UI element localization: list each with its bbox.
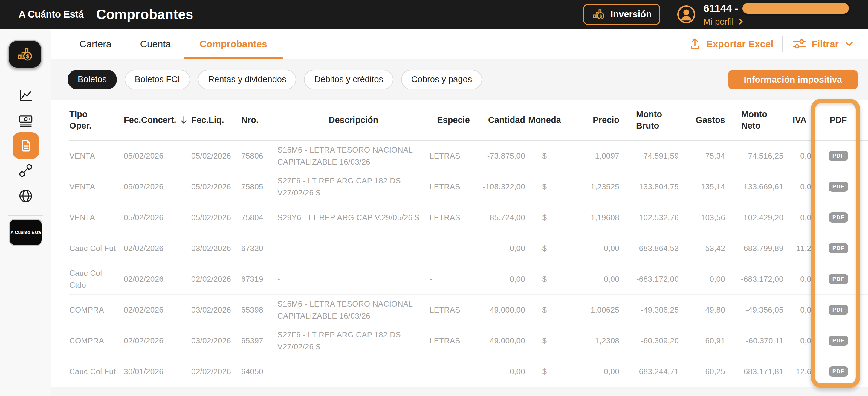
cell-bruto: 102.532,76 xyxy=(619,211,679,223)
sidebar-item-inversiones[interactable]: $ xyxy=(8,40,42,68)
cell-tipo: VENTA xyxy=(69,211,124,223)
cell-especie: LETRAS xyxy=(430,304,477,316)
sliders-filter-icon xyxy=(792,37,806,51)
cell-desc: S27F6 - LT REP ARG CAP 182 DS V27/02/26 … xyxy=(277,329,430,352)
app-logo: A Cuánto Está xyxy=(19,9,84,20)
table-row: COMPRA02/02/202603/02/202665398S16M6 - L… xyxy=(69,294,868,326)
cell-pdf: PDF xyxy=(816,274,861,284)
mi-perfil-label: Mi perfil xyxy=(703,17,734,27)
export-excel-label: Exportar Excel xyxy=(706,38,773,50)
inversion-label: Inversión xyxy=(610,9,652,20)
cell-fliq: 02/02/2026 xyxy=(191,273,241,285)
cell-nro: 67319 xyxy=(241,273,277,285)
export-upload-icon xyxy=(689,37,701,51)
globe-icon xyxy=(18,188,33,204)
cell-precio: 1,19608 xyxy=(564,211,619,223)
sidebar: $ xyxy=(0,29,52,396)
cell-desc: S27F6 - LT REP ARG CAP 182 DS V27/02/26 … xyxy=(277,175,430,199)
mi-perfil-link[interactable]: Mi perfil xyxy=(703,17,744,27)
cell-fliq: 03/02/2026 xyxy=(191,335,241,347)
account-number: 61144 - xyxy=(703,2,738,15)
column-header-iva: IVA xyxy=(783,114,816,125)
sidebar-item-vinculos[interactable] xyxy=(15,161,36,180)
sidebar-item-web[interactable] xyxy=(15,186,36,205)
account-line: 61144 - xyxy=(703,2,849,15)
filter-pill-debitos-y-creditos[interactable]: Débitos y créditos xyxy=(304,70,393,89)
inversion-button[interactable]: $ Inversión xyxy=(583,4,660,25)
cell-bruto: 683.244,71 xyxy=(619,366,679,377)
cell-moneda: $ xyxy=(525,211,564,223)
filter-pill-cobros-y-pagos[interactable]: Cobros y pagos xyxy=(401,70,482,89)
tab-comprobantes[interactable]: Comprobantes xyxy=(200,29,267,59)
table-row: VENTA05/02/202605/02/202675805S27F6 - LT… xyxy=(69,171,868,202)
cell-fconcert: 05/02/2026 xyxy=(124,211,191,223)
cell-iva: 11,22 xyxy=(783,242,816,254)
pdf-download-button[interactable]: PDF xyxy=(829,213,848,223)
column-header-fconcert[interactable]: Fec.Concert. xyxy=(124,114,191,125)
filter-button[interactable]: Filtrar xyxy=(792,37,854,51)
account-block: 61144 - Mi perfil xyxy=(703,2,849,27)
cell-iva: 0,00 xyxy=(783,304,816,316)
cell-bruto: 683.864,53 xyxy=(619,242,679,254)
filter-pill-boletos[interactable]: Boletos xyxy=(67,70,117,89)
cell-fconcert: 02/02/2026 xyxy=(124,335,191,347)
cell-tipo: COMPRA xyxy=(69,335,124,347)
cell-cantidad: 0,00 xyxy=(477,273,525,285)
cell-iva: 12,65 xyxy=(783,366,816,377)
cell-pdf: PDF xyxy=(816,213,861,223)
filter-pill-boletos-fci[interactable]: Boletos FCI xyxy=(125,70,190,89)
pdf-download-button[interactable]: PDF xyxy=(829,366,848,376)
cell-pdf: PDF xyxy=(816,243,861,253)
pdf-download-button[interactable]: PDF xyxy=(829,336,848,346)
cell-moneda: $ xyxy=(525,335,564,347)
cell-precio: 1,0097 xyxy=(564,150,619,162)
sidebar-divider xyxy=(8,215,43,216)
pdf-download-button[interactable]: PDF xyxy=(829,305,848,315)
toolbar-divider xyxy=(782,36,783,52)
cell-gastos: 53,42 xyxy=(679,242,725,254)
cell-bruto: 74.591,59 xyxy=(619,150,679,162)
sidebar-item-cartera[interactable] xyxy=(15,86,36,105)
cell-fconcert: 02/02/2026 xyxy=(124,304,191,316)
top-bar: A Cuánto Está Comprobantes $ Inversión xyxy=(0,0,868,29)
informacion-impositiva-button[interactable]: Información impositiva xyxy=(728,70,858,89)
cell-tipo: VENTA xyxy=(69,181,124,193)
cell-fconcert: 02/02/2026 xyxy=(124,242,191,254)
cell-iva: 0,00 xyxy=(783,273,816,285)
table-row: Cauc Col Fut02/02/202603/02/202667320--0… xyxy=(69,233,868,264)
link-icon xyxy=(18,163,33,178)
pdf-download-button[interactable]: PDF xyxy=(829,151,848,161)
comprobantes-table: TipoOper.Fec.Concert.Fec.Liq.Nro.Descrip… xyxy=(52,100,868,387)
table-row: Cauc Col Ctdo02/02/202602/02/202667319--… xyxy=(69,264,868,294)
cell-fliq: 05/02/2026 xyxy=(191,181,241,193)
cell-neto: -60.370,11 xyxy=(725,335,783,347)
tab-cuenta[interactable]: Cuenta xyxy=(140,29,171,59)
pdf-download-button[interactable]: PDF xyxy=(829,274,848,284)
cell-cantidad: -108.322,00 xyxy=(477,181,525,193)
pdf-download-button[interactable]: PDF xyxy=(829,243,848,253)
filter-pill-rentas-y-dividendos[interactable]: Rentas y dividendos xyxy=(198,70,296,89)
sidebar-logo: A Cuánto Está xyxy=(9,219,42,246)
pdf-download-button[interactable]: PDF xyxy=(829,181,848,192)
cell-pdf: PDF xyxy=(816,305,861,315)
profile-avatar-icon[interactable] xyxy=(677,5,695,24)
top-bar-right: $ Inversión 61144 - Mi perfil xyxy=(583,2,849,27)
cell-pdf: PDF xyxy=(816,181,861,192)
cell-fconcert: 05/02/2026 xyxy=(124,181,191,193)
cell-gastos: 60,91 xyxy=(679,335,725,347)
sidebar-item-comprobantes[interactable] xyxy=(12,133,39,159)
svg-text:$: $ xyxy=(26,53,29,59)
cell-precio: 1,23525 xyxy=(564,181,619,193)
cell-pdf: PDF xyxy=(816,366,861,376)
cell-cantidad: 0,00 xyxy=(477,366,525,377)
column-header-bruto: MontoBruto xyxy=(619,109,679,131)
cell-tipo: Cauc Col Fut xyxy=(69,242,124,254)
cell-especie: LETRAS xyxy=(430,211,477,223)
bottom-strip xyxy=(52,387,868,396)
sidebar-item-cuenta[interactable] xyxy=(15,111,36,131)
tab-cartera[interactable]: Cartera xyxy=(80,29,112,59)
export-excel-button[interactable]: Exportar Excel xyxy=(689,37,773,51)
cell-iva: 0,00 xyxy=(783,181,816,193)
cell-gastos: 75,34 xyxy=(679,150,725,162)
table-row: COMPRA02/02/202603/02/202665397S27F6 - L… xyxy=(69,326,868,356)
